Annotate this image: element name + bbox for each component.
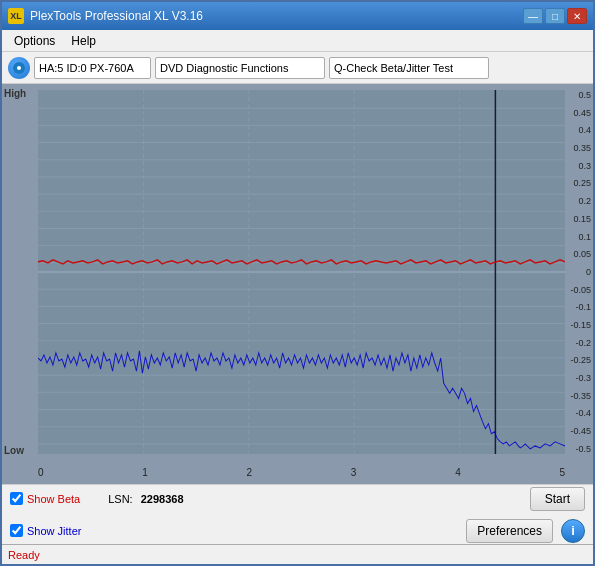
svg-point-1 (17, 66, 21, 70)
close-button[interactable]: ✕ (567, 8, 587, 24)
show-jitter-checkbox-label[interactable]: Show Jitter (10, 524, 81, 537)
app-icon: XL (8, 8, 24, 24)
window-title: PlexTools Professional XL V3.16 (30, 9, 203, 23)
bottom-bar: Show Beta LSN: 2298368 Start Show Jitter… (2, 484, 593, 544)
x-axis-labels: 0 1 2 3 4 5 (38, 467, 565, 478)
status-bar: Ready (2, 544, 593, 564)
info-button[interactable]: i (561, 519, 585, 543)
drive-icon (8, 57, 30, 79)
status-text: Ready (8, 549, 40, 561)
show-jitter-checkbox[interactable] (10, 524, 23, 537)
menu-help[interactable]: Help (63, 32, 104, 50)
y-axis-labels: 0.5 0.45 0.4 0.35 0.3 0.25 0.2 0.15 0.1 … (567, 90, 591, 454)
menu-options[interactable]: Options (6, 32, 63, 50)
bottom-row2: Show Jitter Preferences i (10, 519, 585, 543)
bottom-row1: Show Beta LSN: 2298368 Start (10, 487, 585, 511)
main-window: XL PlexTools Professional XL V3.16 — □ ✕… (0, 0, 595, 566)
title-bar-controls: — □ ✕ (523, 8, 587, 24)
title-bar-left: XL PlexTools Professional XL V3.16 (8, 8, 203, 24)
test-dropdown-wrapper: Q-Check Beta/Jitter Test (329, 57, 489, 79)
menu-bar: Options Help (2, 30, 593, 52)
function-dropdown-wrapper: DVD Diagnostic Functions (155, 57, 325, 79)
info-icon: i (571, 523, 575, 538)
show-beta-label: Show Beta (27, 493, 80, 505)
chart-canvas (38, 90, 565, 454)
show-jitter-label: Show Jitter (27, 525, 81, 537)
test-dropdown[interactable]: Q-Check Beta/Jitter Test (329, 57, 489, 79)
function-dropdown[interactable]: DVD Diagnostic Functions (155, 57, 325, 79)
title-bar: XL PlexTools Professional XL V3.16 — □ ✕ (2, 2, 593, 30)
show-beta-checkbox[interactable] (10, 492, 23, 505)
start-button[interactable]: Start (530, 487, 585, 511)
drive-dropdown[interactable]: HA:5 ID:0 PX-760A (34, 57, 151, 79)
app-icon-label: XL (10, 11, 22, 21)
maximize-button[interactable]: □ (545, 8, 565, 24)
lsn-label: LSN: (108, 493, 132, 505)
lsn-value: 2298368 (141, 493, 184, 505)
drive-dropdown-wrapper: HA:5 ID:0 PX-760A (34, 57, 151, 79)
chart-svg (38, 90, 565, 454)
minimize-button[interactable]: — (523, 8, 543, 24)
chart-area: High Low 0.5 0.45 0.4 0.35 0.3 0.25 0.2 … (2, 84, 593, 484)
chart-label-high: High (4, 88, 26, 99)
toolbar: HA:5 ID:0 PX-760A DVD Diagnostic Functio… (2, 52, 593, 84)
show-beta-checkbox-label[interactable]: Show Beta (10, 492, 80, 505)
chart-label-low: Low (4, 445, 24, 456)
preferences-button[interactable]: Preferences (466, 519, 553, 543)
